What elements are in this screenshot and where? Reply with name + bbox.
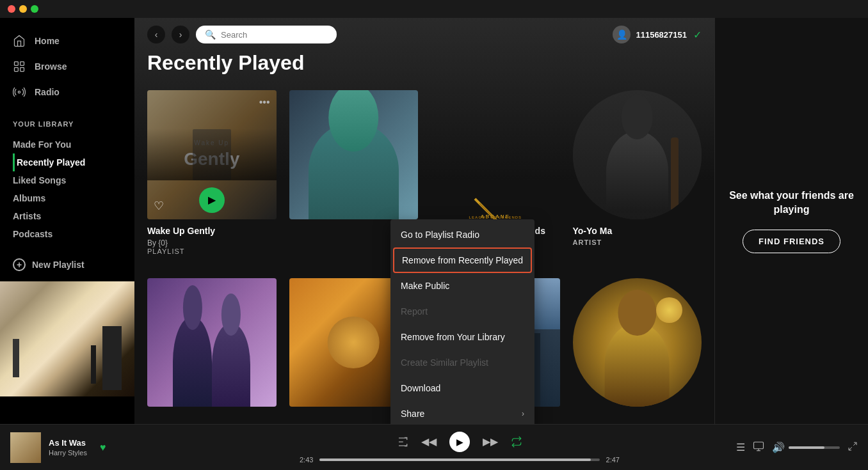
sidebar-item-made-for-you[interactable]: Made For You xyxy=(13,136,122,153)
repeat-button[interactable] xyxy=(511,436,522,448)
now-playing-art xyxy=(10,432,41,463)
sidebar-art xyxy=(0,281,134,396)
menu-item-create-similar: Create Similar Playlist xyxy=(390,350,534,375)
sidebar-item-radio[interactable]: Radio xyxy=(0,79,134,105)
now-playing-left: As It Was Harry Styles ♥ xyxy=(10,432,189,463)
svg-rect-0 xyxy=(15,62,19,66)
user-avatar: 👤 xyxy=(613,26,631,43)
yoyoma-head xyxy=(622,95,652,139)
card-yoyoma[interactable]: Yo-Yo Ma ARTIST xyxy=(573,90,702,265)
menu-item-download[interactable]: Download xyxy=(390,375,534,401)
sidebar-item-liked-songs[interactable]: Liked Songs xyxy=(13,171,122,189)
radio-icon xyxy=(13,86,26,98)
menu-item-share[interactable]: Share › xyxy=(390,401,534,424)
person-body xyxy=(309,122,399,219)
card-art-yoyoma xyxy=(573,90,702,219)
card-subtitle-wug: By {0} xyxy=(147,239,277,247)
card-title-wug: Wake Up Gently xyxy=(147,226,277,236)
card-subtitle-yoyoma: ARTIST xyxy=(573,239,702,246)
card-art-wake-up-gently: Wake Up Gently ••• ♡ ▶ xyxy=(147,90,277,219)
card-row2-1[interactable] xyxy=(147,278,277,414)
card-wake-up-gently[interactable]: Wake Up Gently ••• ♡ ▶ Wake Up Gentl xyxy=(147,90,277,265)
now-playing-heart-icon[interactable]: ♥ xyxy=(100,442,106,453)
plus-circle-icon: + xyxy=(13,258,26,271)
yoyoma-figure xyxy=(586,97,689,212)
sidebar-item-artists[interactable]: Artists xyxy=(13,207,122,225)
volume-track[interactable] xyxy=(789,446,840,449)
svg-rect-3 xyxy=(20,68,24,72)
sidebar-item-browse[interactable]: Browse xyxy=(0,54,134,79)
card-art-arcane: ARCANE LEAGUE OF LEGENDS xyxy=(431,90,560,219)
menu-item-report: Report xyxy=(390,299,534,324)
menu-item-share-label: Share xyxy=(401,409,424,419)
sidebar-item-radio-label: Radio xyxy=(35,87,60,97)
maximize-button[interactable] xyxy=(31,5,38,13)
more-options-btn[interactable]: ••• xyxy=(259,97,270,108)
find-friends-button[interactable]: FIND FRIENDS xyxy=(743,230,840,253)
now-playing-title: As It Was xyxy=(49,438,87,448)
new-playlist-button[interactable]: + New Playlist xyxy=(0,248,134,281)
context-menu: Go to Playlist Radio Remove from Recentl… xyxy=(390,219,534,424)
person2 xyxy=(212,323,250,407)
close-button[interactable] xyxy=(8,5,15,13)
search-bar[interactable]: 🔍 xyxy=(196,26,337,43)
home-icon xyxy=(13,35,26,47)
yoyoma-art xyxy=(573,90,702,219)
purple-couple-art xyxy=(147,278,277,407)
sidebar-item-recently-played[interactable]: Recently Played xyxy=(13,153,122,171)
forward-button[interactable]: › xyxy=(172,26,189,43)
sidebar: Home Browse xyxy=(0,18,134,424)
card-row2-4[interactable] xyxy=(573,278,702,414)
queue-icon[interactable]: ☰ xyxy=(736,441,745,453)
person-head xyxy=(328,90,378,152)
sidebar-item-home[interactable]: Home xyxy=(0,28,134,54)
username: 11156827151 xyxy=(636,30,687,40)
svg-line-11 xyxy=(853,443,856,446)
like-button-wug[interactable]: ♡ xyxy=(154,199,164,213)
minimize-button[interactable] xyxy=(19,5,27,13)
svg-line-12 xyxy=(849,447,852,450)
volume-fill xyxy=(789,446,824,449)
sidebar-item-podcasts[interactable]: Podcasts xyxy=(13,225,122,243)
library-section: YOUR LIBRARY Made For You Recently Playe… xyxy=(0,110,134,248)
card-art-row2-1 xyxy=(147,278,277,407)
play-pause-button[interactable]: ▶ xyxy=(449,432,470,452)
now-playing-artist: Harry Styles xyxy=(49,449,87,457)
fullscreen-icon[interactable] xyxy=(848,441,858,454)
back-button[interactable]: ‹ xyxy=(147,26,165,43)
volume-icon[interactable]: 🔊 xyxy=(772,441,785,453)
volume-bar: 🔊 xyxy=(772,441,840,453)
sidebar-item-albums[interactable]: Albums xyxy=(13,189,122,207)
share-arrow-icon: › xyxy=(522,409,524,418)
app-body: Home Browse xyxy=(0,18,868,424)
yoyoma-photo xyxy=(573,90,702,219)
search-input[interactable] xyxy=(221,30,323,40)
progress-track[interactable] xyxy=(319,458,599,461)
user-info[interactable]: 👤 11156827151 xyxy=(613,26,687,43)
checkmark-icon: ✓ xyxy=(693,29,702,41)
play-button-wug[interactable]: ▶ xyxy=(199,187,225,213)
artist2-art xyxy=(289,90,419,219)
flower xyxy=(656,297,682,323)
devices-icon[interactable] xyxy=(753,441,764,455)
arcane-sublabel: LEAGUE OF LEGENDS xyxy=(469,215,522,219)
window-controls xyxy=(8,5,38,13)
menu-item-remove-recently-played[interactable]: Remove from Recently Played xyxy=(393,247,532,273)
menu-item-go-to-radio[interactable]: Go to Playlist Radio xyxy=(390,222,534,247)
woman-head xyxy=(618,290,656,336)
svg-point-4 xyxy=(18,91,20,93)
woman-body xyxy=(605,323,670,407)
orange-circle xyxy=(328,317,380,368)
cello xyxy=(671,137,679,213)
top-bar-left: ‹ › 🔍 xyxy=(147,26,337,43)
svg-rect-1 xyxy=(20,62,24,66)
title-bar xyxy=(0,0,868,18)
total-time: 2:47 xyxy=(606,456,620,464)
previous-button[interactable]: ◀◀ xyxy=(421,435,437,448)
menu-item-make-public[interactable]: Make Public xyxy=(390,273,534,299)
shuffle-button[interactable] xyxy=(397,436,408,448)
next-button[interactable]: ▶▶ xyxy=(483,435,498,448)
card-type-wug: PLAYLIST xyxy=(147,247,277,255)
menu-item-remove-library[interactable]: Remove from Your Library xyxy=(390,324,534,350)
sidebar-nav: Home Browse xyxy=(0,18,134,110)
